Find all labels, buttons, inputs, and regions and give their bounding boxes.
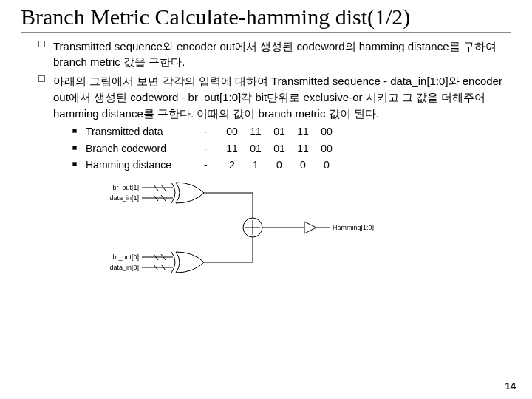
table-row: Transmitted data - 00 11 01 11 00 [72, 124, 511, 139]
row-value: 11 [220, 141, 244, 156]
row-value: 11 [291, 124, 315, 139]
row-value: 00 [220, 124, 244, 139]
signal-label: data_in[1] [109, 194, 139, 202]
row-label: Transmitted data [86, 124, 204, 139]
row-value: 11 [291, 141, 315, 156]
circuit-diagram: br_out[1] data_in[1] br_out[0] data_in[0… [105, 180, 511, 284]
buffer-icon [304, 222, 316, 233]
signal-label: Hamming[1:0] [332, 224, 374, 231]
row-value: 0 [291, 157, 315, 172]
row-label: Branch codeword [86, 141, 204, 156]
row-value: 01 [267, 124, 291, 139]
square-bullet-small-icon [72, 146, 77, 150]
table-row: Hamming distance - 2 1 0 0 0 [72, 157, 511, 172]
bullet-text: Transmitted sequence와 encoder out에서 생성된 … [53, 40, 497, 69]
table-row: Branch codeword - 11 01 01 11 00 [72, 141, 511, 156]
xor-gate-icon [171, 252, 204, 273]
row-value: 1 [244, 157, 267, 172]
xor-gate-icon [171, 183, 204, 203]
row-label: Hamming distance [86, 157, 204, 172]
square-bullet-icon [38, 75, 45, 82]
row-value: 0 [267, 157, 291, 172]
row-dash: - [204, 141, 220, 156]
slide-body: Transmitted sequence와 encoder out에서 생성된 … [21, 38, 511, 284]
square-bullet-small-icon [72, 129, 77, 133]
row-value: 01 [244, 141, 267, 156]
slide-title: Branch Metric Calculate-hamming dist(1/2… [21, 4, 511, 33]
page-number: 14 [505, 381, 516, 392]
signal-label: data_in[0] [109, 264, 139, 271]
bullet-item: 아래의 그림에서 보면 각각의 입력에 대하여 Transmitted sequ… [38, 73, 511, 172]
row-dash: - [204, 157, 220, 172]
row-value: 00 [315, 141, 338, 156]
row-value: 0 [315, 157, 338, 172]
row-value: 11 [244, 124, 267, 139]
row-value: 00 [315, 124, 338, 139]
bullet-item: Transmitted sequence와 encoder out에서 생성된 … [38, 38, 511, 71]
adder-icon [243, 218, 262, 237]
square-bullet-small-icon [72, 162, 77, 166]
bullet-text: 아래의 그림에서 보면 각각의 입력에 대하여 Transmitted sequ… [53, 75, 502, 120]
square-bullet-icon [38, 41, 45, 47]
circuit-svg: br_out[1] data_in[1] br_out[0] data_in[0… [105, 180, 400, 279]
data-table: Transmitted data - 00 11 01 11 00 Branch… [53, 124, 511, 172]
row-value: 2 [220, 157, 244, 172]
signal-label: br_out[0] [112, 253, 139, 261]
signal-label: br_out[1] [112, 184, 139, 191]
row-value: 01 [267, 141, 291, 156]
row-dash: - [204, 124, 220, 139]
